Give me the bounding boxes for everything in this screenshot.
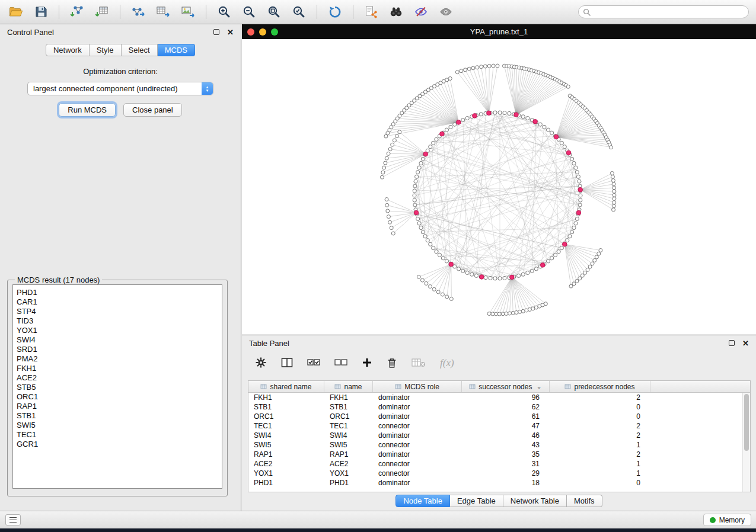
cell-shared-name: STB1 — [248, 403, 324, 411]
table-settings-button[interactable] — [255, 356, 267, 370]
cell-predecessor-nodes: 2 — [550, 450, 650, 459]
cell-mcds-role: dominator — [373, 479, 462, 487]
show-columns-button[interactable] — [281, 356, 293, 370]
column-header-name[interactable]: name — [324, 381, 373, 392]
mcds-result-item[interactable]: STB1 — [17, 411, 222, 421]
close-window-icon[interactable] — [247, 28, 254, 36]
tab-style[interactable]: Style — [90, 44, 122, 56]
tab-select[interactable]: Select — [122, 44, 158, 56]
column-header-label: shared name — [270, 383, 311, 391]
table-row[interactable]: ORC1ORC1dominator610 — [248, 412, 750, 421]
table-row[interactable]: FKH1FKH1dominator962 — [248, 393, 750, 402]
mcds-result-item[interactable]: FKH1 — [17, 364, 222, 373]
export-image-button[interactable] — [176, 2, 200, 21]
select-all-button[interactable] — [307, 356, 320, 370]
zoom-fit-button[interactable] — [262, 2, 286, 21]
table-tab-node-table[interactable]: Node Table — [395, 495, 450, 507]
cell-shared-name: ORC1 — [248, 412, 324, 421]
function-builder-button[interactable]: f(x) — [440, 356, 454, 370]
cell-name: FKH1 — [324, 393, 373, 402]
float-table-panel-icon[interactable] — [729, 340, 735, 346]
table-scrollbar[interactable] — [742, 393, 750, 492]
mcds-result-item[interactable]: RAP1 — [17, 402, 222, 411]
close-table-panel-icon[interactable]: ✕ — [742, 339, 749, 347]
table-panel-title: Table Panel — [249, 339, 289, 348]
run-mcds-button[interactable]: Run MCDS — [59, 103, 116, 117]
table-header-row: shared namenameMCDS rolesuccessor nodes⌄… — [248, 381, 750, 393]
search-network-button[interactable] — [384, 2, 408, 21]
export-table-button[interactable] — [151, 2, 175, 21]
mcds-result-item[interactable]: SRD1 — [17, 345, 222, 354]
task-history-button[interactable] — [5, 514, 21, 525]
minimize-window-icon[interactable] — [259, 28, 266, 36]
table-row[interactable]: SWI4SWI4dominator462 — [248, 431, 750, 440]
table-row[interactable]: ACE2ACE2connector311 — [248, 459, 750, 469]
table-row[interactable]: TEC1TEC1connector472 — [248, 421, 750, 431]
mcds-result-item[interactable]: PHD1 — [17, 288, 222, 297]
column-header-mcds-role[interactable]: MCDS role — [373, 381, 462, 392]
import-network-button[interactable] — [65, 2, 89, 21]
table-row[interactable]: PHD1PHD1dominator180 — [248, 478, 750, 488]
search-icon — [583, 8, 591, 16]
zoom-out-button[interactable] — [237, 2, 261, 21]
refresh-layout-button[interactable] — [323, 2, 347, 21]
close-panel-icon[interactable]: ✕ — [227, 28, 234, 36]
search-input[interactable] — [594, 8, 748, 16]
deselect-all-button[interactable] — [334, 356, 347, 370]
mcds-result-item[interactable]: STB5 — [17, 383, 222, 392]
delete-table-button[interactable] — [412, 356, 426, 370]
mcds-result-item[interactable]: ACE2 — [17, 373, 222, 383]
mcds-result-item[interactable]: ORC1 — [17, 392, 222, 402]
tab-mcds[interactable]: MCDS — [158, 44, 195, 56]
export-network-button[interactable] — [126, 2, 150, 21]
mcds-result-item[interactable]: STP4 — [17, 307, 222, 316]
hide-graphics-details-button[interactable] — [409, 2, 433, 21]
open-file-button[interactable] — [4, 2, 28, 21]
table-tab-edge-table[interactable]: Edge Table — [450, 495, 503, 507]
table-row[interactable]: STB1STB1dominator620 — [248, 402, 750, 412]
table-row[interactable]: YOX1YOX1connector291 — [248, 469, 750, 478]
share-document-button[interactable] — [359, 2, 383, 21]
cell-successor-nodes: 62 — [462, 403, 550, 411]
column-header-label: MCDS role — [404, 383, 439, 391]
cell-name: ORC1 — [324, 412, 373, 421]
column-header-shared-name[interactable]: shared name — [248, 381, 324, 392]
table-row[interactable]: SWI5SWI5connector431 — [248, 440, 750, 450]
column-header-predecessor-nodes[interactable]: predecessor nodes — [550, 381, 650, 392]
table-tab-network-table[interactable]: Network Table — [503, 495, 567, 507]
save-session-button[interactable] — [29, 2, 53, 21]
mcds-result-item[interactable]: SWI4 — [17, 335, 222, 345]
tab-network[interactable]: Network — [46, 44, 90, 56]
cell-shared-name: YOX1 — [248, 469, 324, 477]
table-tab-motifs[interactable]: Motifs — [567, 495, 602, 507]
float-panel-icon[interactable] — [213, 29, 219, 35]
close-panel-button[interactable]: Close panel — [123, 103, 182, 117]
maximize-window-icon[interactable] — [271, 28, 278, 36]
mcds-result-title: MCDS result (17 nodes) — [15, 275, 102, 284]
cell-successor-nodes: 47 — [462, 422, 550, 430]
search-box[interactable] — [578, 5, 749, 18]
memory-button[interactable]: Memory — [703, 514, 751, 526]
zoom-selected-button[interactable] — [287, 2, 311, 21]
add-column-button[interactable] — [362, 356, 372, 370]
mcds-result-item[interactable]: SWI5 — [17, 421, 222, 430]
mcds-result-item[interactable]: YOX1 — [17, 326, 222, 335]
mcds-result-item[interactable]: GCR1 — [17, 440, 222, 449]
show-graphics-details-button[interactable] — [434, 2, 458, 21]
cell-successor-nodes: 18 — [462, 479, 550, 487]
scrollbar-thumb[interactable] — [744, 394, 749, 451]
mcds-result-item[interactable]: TID3 — [17, 316, 222, 326]
mcds-result-item[interactable]: TEC1 — [17, 430, 222, 440]
mcds-result-item[interactable]: CAR1 — [17, 297, 222, 307]
delete-column-button[interactable] — [387, 356, 397, 370]
table-column-icon — [469, 383, 476, 390]
zoom-in-button[interactable] — [212, 2, 236, 21]
control-panel: Control Panel ✕ NetworkStyleSelectMCDS O… — [0, 24, 241, 511]
network-canvas[interactable] — [242, 39, 756, 334]
import-table-button[interactable] — [90, 2, 114, 21]
column-header-successor-nodes[interactable]: successor nodes⌄ — [462, 381, 550, 392]
mcds-result-item[interactable]: PMA2 — [17, 354, 222, 364]
mcds-result-list[interactable]: PHD1CAR1STP4TID3YOX1SWI4SRD1PMA2FKH1ACE2… — [12, 284, 222, 489]
optimization-dropdown[interactable]: largest connected component (undirected)… — [27, 82, 213, 95]
table-row[interactable]: RAP1RAP1dominator352 — [248, 450, 750, 459]
